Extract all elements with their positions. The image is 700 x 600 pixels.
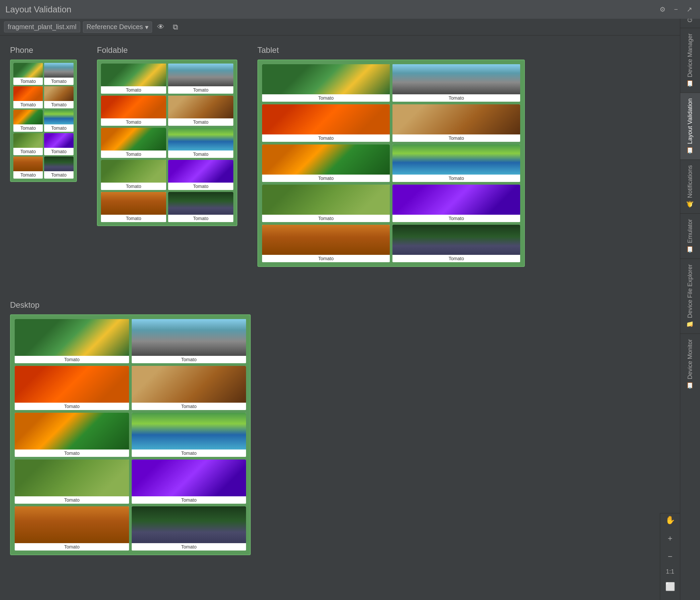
plant-image xyxy=(393,185,520,215)
expand-icon[interactable]: ↗ xyxy=(684,4,695,15)
plant-card: Tomato xyxy=(393,225,520,262)
plant-card: Tomato xyxy=(44,110,74,132)
tablet-title: Tablet xyxy=(257,46,525,55)
plant-image xyxy=(15,506,129,543)
plant-label: Tomato xyxy=(44,171,74,178)
plant-card: Tomato xyxy=(101,96,166,126)
plant-image xyxy=(393,104,520,135)
plant-card: Tomato xyxy=(14,133,43,155)
plant-image xyxy=(132,366,246,403)
tab-device-file-explorer[interactable]: 📁 Device File Explorer xyxy=(680,259,700,333)
plant-card: Tomato xyxy=(101,128,166,158)
plant-image xyxy=(262,185,390,215)
file-label: fragment_plant_list.xml xyxy=(4,21,80,32)
plant-image xyxy=(262,104,390,135)
tab-device-manager[interactable]: 📋 Device Manager xyxy=(680,28,700,93)
plant-card: Tomato xyxy=(168,192,233,222)
plant-label: Tomato xyxy=(262,94,390,102)
plant-label: Tomato xyxy=(14,124,43,132)
app-title: Layout Validation xyxy=(5,4,72,15)
plant-card: Tomato xyxy=(132,413,246,457)
plant-label: Tomato xyxy=(168,86,233,94)
plant-image xyxy=(14,157,43,171)
eye-icon[interactable]: 👁 xyxy=(155,21,167,33)
reference-devices-label: Reference Devices xyxy=(86,23,143,31)
plant-label: Tomato xyxy=(44,148,74,155)
device-monitor-tab-icon: 📋 xyxy=(686,382,694,389)
plant-card: Tomato xyxy=(44,157,74,178)
plant-image xyxy=(132,319,246,356)
plant-image xyxy=(44,110,74,124)
plant-image xyxy=(44,133,74,148)
phone-grid: TomatoTomatoTomatoTomatoTomatoTomatoToma… xyxy=(14,63,74,178)
plant-image xyxy=(101,192,166,215)
plant-label: Tomato xyxy=(44,78,74,85)
plant-image xyxy=(44,86,74,101)
device-monitor-tab-label: Device Monitor xyxy=(686,339,694,379)
plant-card: Tomato xyxy=(262,185,390,222)
reference-devices-dropdown[interactable]: Reference Devices ▾ xyxy=(83,21,152,33)
plant-card: Tomato xyxy=(44,63,74,85)
plant-card: Tomato xyxy=(14,86,43,109)
plant-card: Tomato xyxy=(168,160,233,190)
desktop-section: Desktop TomatoTomatoTomatoTomatoTomatoTo… xyxy=(10,300,670,555)
settings-icon[interactable]: ⚙ xyxy=(657,4,668,15)
plant-image xyxy=(393,144,520,174)
plant-card: Tomato xyxy=(15,506,129,551)
emulator-tab-icon: 📋 xyxy=(686,246,694,253)
plant-image xyxy=(44,63,74,78)
plant-card: Tomato xyxy=(101,192,166,222)
fit-screen-icon[interactable]: ⬜ xyxy=(663,580,678,594)
plant-label: Tomato xyxy=(132,450,246,457)
plant-image xyxy=(101,96,166,118)
foldable-frame: TomatoTomatoTomatoTomatoTomatoTomatoToma… xyxy=(97,59,238,226)
plant-label: Tomato xyxy=(132,543,246,551)
tab-layout-validation[interactable]: 📋 Layout Validation xyxy=(680,93,700,160)
zoom-out-icon[interactable]: − xyxy=(663,550,678,563)
plant-card: Tomato xyxy=(393,144,520,182)
plant-card: Tomato xyxy=(101,160,166,190)
hand-tool-icon[interactable]: ✋ xyxy=(663,513,678,527)
plant-card: Tomato xyxy=(14,157,43,178)
tab-device-monitor[interactable]: 📋 Device Monitor xyxy=(680,333,700,395)
plant-label: Tomato xyxy=(101,215,166,222)
plant-image xyxy=(15,459,129,496)
plant-card: Tomato xyxy=(132,319,246,363)
plant-label: Tomato xyxy=(101,150,166,158)
plant-card: Tomato xyxy=(44,86,74,109)
zoom-in-icon[interactable]: + xyxy=(663,532,678,546)
copy-layout-icon[interactable]: ⧉ xyxy=(170,21,181,33)
plant-image xyxy=(393,225,520,255)
desktop-grid: TomatoTomatoTomatoTomatoTomatoTomatoToma… xyxy=(15,319,246,551)
plant-label: Tomato xyxy=(262,215,390,222)
plant-label: Tomato xyxy=(132,403,246,410)
plant-image xyxy=(101,64,166,86)
plant-image xyxy=(262,64,390,94)
plant-image xyxy=(15,366,129,403)
desktop-frame: TomatoTomatoTomatoTomatoTomatoTomatoToma… xyxy=(10,314,251,555)
tab-notifications[interactable]: 🔔 Notifications xyxy=(680,160,700,213)
emulator-tab-label: Emulator xyxy=(686,219,694,243)
plant-label: Tomato xyxy=(14,78,43,85)
plant-card: Tomato xyxy=(14,110,43,132)
plant-card: Tomato xyxy=(132,366,246,410)
plant-card: Tomato xyxy=(393,104,520,142)
plant-image xyxy=(168,96,233,118)
plant-image xyxy=(14,133,43,148)
plant-label: Tomato xyxy=(168,150,233,158)
plant-card: Tomato xyxy=(14,63,43,85)
tab-emulator[interactable]: 📋 Emulator xyxy=(680,213,700,259)
plant-card: Tomato xyxy=(101,64,166,94)
plant-image xyxy=(14,110,43,124)
plant-card: Tomato xyxy=(393,64,520,102)
zoom-level-label: 1:1 xyxy=(666,568,674,575)
plant-card: Tomato xyxy=(393,185,520,222)
device-file-explorer-tab-icon: 📁 xyxy=(686,321,694,328)
plant-label: Tomato xyxy=(101,118,166,126)
plant-image xyxy=(132,459,246,496)
device-manager-tab-label: Device Manager xyxy=(686,33,694,77)
plant-label: Tomato xyxy=(15,450,129,457)
layout-validation-tab-label: Layout Validation xyxy=(686,98,694,144)
notifications-tab-label: Notifications xyxy=(686,165,694,198)
minimize-icon[interactable]: − xyxy=(671,4,681,15)
